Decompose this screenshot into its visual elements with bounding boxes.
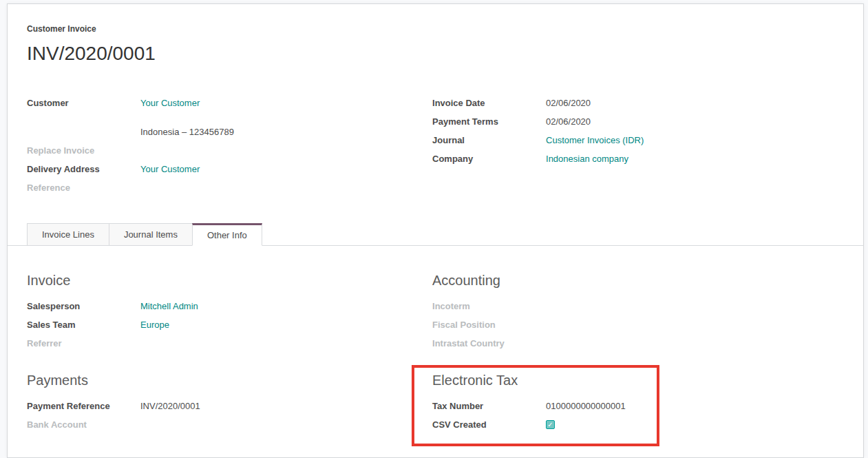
accounting-group: Accounting Incoterm Fiscal Position Intr… [432,271,832,353]
delivery-address-label: Delivery Address [27,160,140,178]
tax-number-value: 0100000000000001 [546,397,626,415]
payment-terms-value: 02/06/2020 [546,112,591,131]
payments-group-heading: Payments [27,371,412,390]
electronic-tax-group: Electronic Tax Tax Number 01000000000000… [432,371,832,434]
field-row-referrer: Referrer [27,334,412,353]
field-row-payment-reference: Payment Reference INV/2020/0001 [27,397,412,415]
invoice-date-label: Invoice Date [432,94,546,112]
electronic-tax-group-heading: Electronic Tax [432,371,832,390]
replace-invoice-label: Replace Invoice [27,141,140,160]
tab-invoice-lines[interactable]: Invoice Lines [27,223,109,246]
group-row-top: Invoice Salesperson Mitchell Admin Sales… [27,271,832,353]
sales-team-link[interactable]: Europe [140,315,169,334]
group-row-bottom: Payments Payment Reference INV/2020/0001… [27,371,832,434]
document-type-label: Customer Invoice [27,23,832,34]
form-header: Customer Invoice INV/2020/0001 Customer … [8,4,863,197]
referrer-label: Referrer [27,334,140,353]
invoice-group: Invoice Salesperson Mitchell Admin Sales… [27,271,412,353]
field-row-journal: Journal Customer Invoices (IDR) [432,131,832,149]
field-row-incoterm: Incoterm [432,297,832,315]
delivery-address-link[interactable]: Your Customer [140,160,200,178]
customer-link[interactable]: Your Customer [140,94,200,112]
payments-group: Payments Payment Reference INV/2020/0001… [27,371,412,434]
accounting-group-heading: Accounting [432,271,832,290]
field-row-csv-created: CSV Created ✓ [432,415,832,434]
field-row-tax-number: Tax Number 0100000000000001 [432,397,832,415]
invoice-date-value: 02/06/2020 [546,94,591,112]
field-row-fiscal-position: Fiscal Position [432,315,832,334]
payment-terms-label: Payment Terms [432,112,546,131]
payment-reference-label: Payment Reference [27,397,140,415]
field-row-salesperson: Salesperson Mitchell Admin [27,297,412,315]
invoice-form-sheet: Customer Invoice INV/2020/0001 Customer … [7,3,864,458]
company-label: Company [432,149,546,168]
fiscal-position-label: Fiscal Position [432,315,546,334]
field-row-reference: Reference [27,178,412,197]
details-right-column: Invoice Date 02/06/2020 Payment Terms 02… [432,94,832,197]
address-spacer [27,112,412,123]
bank-account-label: Bank Account [27,415,140,434]
journal-link[interactable]: Customer Invoices (IDR) [546,131,644,149]
invoice-details: Customer Your Customer Indonesia – 12345… [27,94,832,197]
payment-reference-value: INV/2020/0001 [140,397,200,415]
details-left-column: Customer Your Customer Indonesia – 12345… [27,94,412,197]
field-row-payment-terms: Payment Terms 02/06/2020 [432,112,832,131]
invoice-group-heading: Invoice [27,271,412,290]
customer-label: Customer [27,94,140,112]
page-title: INV/2020/0001 [27,40,832,67]
other-info-tab-content: Invoice Salesperson Mitchell Admin Sales… [8,246,863,434]
intrastat-country-label: Intrastat Country [432,334,546,353]
field-row-replace-invoice: Replace Invoice [27,141,412,160]
salesperson-label: Salesperson [27,297,140,315]
customer-address-value: Indonesia – 123456789 [140,123,234,141]
field-row-invoice-date: Invoice Date 02/06/2020 [432,94,832,112]
csv-created-label: CSV Created [432,415,546,434]
field-row-bank-account: Bank Account [27,415,412,434]
reference-label: Reference [27,178,140,197]
sales-team-label: Sales Team [27,315,140,334]
csv-created-checkbox-checked-icon[interactable]: ✓ [546,420,555,429]
tab-journal-items[interactable]: Journal Items [109,223,193,246]
salesperson-link[interactable]: Mitchell Admin [140,297,198,315]
field-row-intrastat-country: Intrastat Country [432,334,832,353]
company-link[interactable]: Indonesian company [546,149,628,168]
tax-number-label: Tax Number [432,397,546,415]
field-row-sales-team: Sales Team Europe [27,315,412,334]
field-row-company: Company Indonesian company [432,149,832,168]
notebook-tabstrip: Invoice Lines Journal Items Other Info [8,223,863,246]
incoterm-label: Incoterm [432,297,546,315]
field-row-customer: Customer Your Customer [27,94,412,112]
field-row-customer-address: Indonesia – 123456789 [27,123,412,141]
tab-other-info[interactable]: Other Info [192,223,262,246]
journal-label: Journal [432,131,546,149]
field-row-delivery-address: Delivery Address Your Customer [27,160,412,178]
